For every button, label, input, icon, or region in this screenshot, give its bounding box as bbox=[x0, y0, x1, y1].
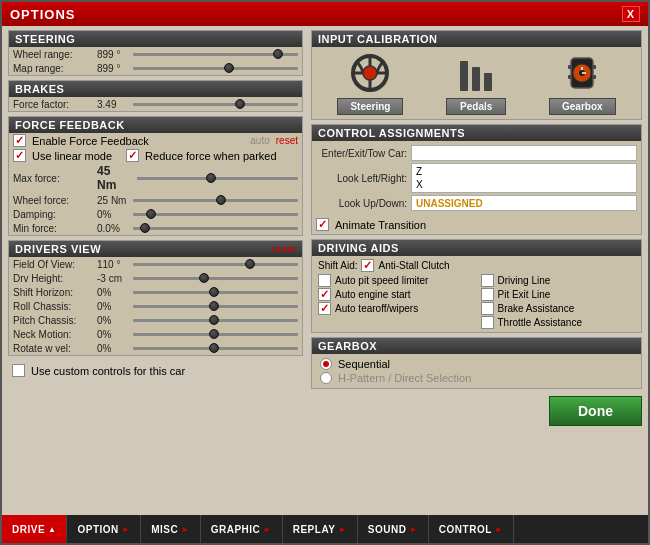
drv-height-value: -3 cm bbox=[97, 273, 129, 284]
da-pit-exit-item: Pit Exit Line bbox=[481, 288, 636, 301]
drivers-view-section: DRIVERS VIEW reset Field Of View: 110 ° … bbox=[8, 240, 303, 356]
max-force-row: Max force: 45 Nm bbox=[9, 163, 302, 193]
gb-sequential-dot bbox=[323, 361, 329, 367]
title-bar: OPTIONS X bbox=[2, 2, 648, 26]
gearbox-section: GEARBOX Sequential H-Pattern / Direct Se… bbox=[311, 337, 642, 389]
ca-enter-exit-label: Enter/Exit/Tow Car: bbox=[316, 148, 411, 159]
nav-graphic[interactable]: GRAPHIC ► bbox=[201, 515, 283, 543]
roll-chassis-value: 0% bbox=[97, 301, 129, 312]
ff-reduce-checkbox[interactable]: ✓ bbox=[126, 149, 139, 162]
nav-control-arrow: ► bbox=[495, 525, 503, 534]
da-anti-stall-label: Anti-Stall Clutch bbox=[378, 260, 449, 271]
gearbox-icon bbox=[563, 53, 601, 95]
da-driving-line-checkbox[interactable] bbox=[481, 274, 494, 287]
roll-chassis-label: Roll Chassis: bbox=[13, 301, 93, 312]
close-button[interactable]: X bbox=[622, 6, 640, 22]
nav-misc-arrow: ► bbox=[181, 525, 189, 534]
nav-drive-arrow: ▲ bbox=[48, 525, 56, 534]
da-anti-stall-check: ✓ bbox=[363, 260, 372, 271]
da-auto-pit-item: Auto pit speed limiter bbox=[318, 274, 473, 287]
da-brake-assist-checkbox[interactable] bbox=[481, 302, 494, 315]
pitch-chassis-label: Pitch Chassis: bbox=[13, 315, 93, 326]
da-auto-engine-check: ✓ bbox=[320, 289, 329, 300]
fov-value: 110 ° bbox=[97, 259, 129, 270]
nav-drive[interactable]: DRIVE ▲ bbox=[2, 515, 67, 543]
wheel-range-label: Wheel range: bbox=[13, 49, 93, 60]
force-factor-slider[interactable] bbox=[133, 98, 298, 110]
ff-enable-checkbox[interactable]: ✓ bbox=[13, 134, 26, 147]
nav-control[interactable]: CONTROL ► bbox=[429, 515, 514, 543]
wheel-range-value: 899 ° bbox=[97, 49, 129, 60]
pitch-chassis-slider[interactable] bbox=[133, 314, 298, 326]
gb-hpattern-label: H-Pattern / Direct Selection bbox=[338, 372, 471, 384]
ff-linear-label: Use linear mode bbox=[32, 150, 112, 162]
damping-slider[interactable] bbox=[133, 208, 298, 220]
drv-height-slider[interactable] bbox=[133, 272, 298, 284]
map-range-slider[interactable] bbox=[133, 62, 298, 74]
cal-pedals-btn[interactable]: Pedals bbox=[446, 98, 506, 115]
driving-aids-section: DRIVING AIDS Shift Aid: ✓ Anti-Stall Clu… bbox=[311, 239, 642, 333]
ff-linear-checkbox[interactable]: ✓ bbox=[13, 149, 26, 162]
nav-option[interactable]: OPTION ► bbox=[67, 515, 141, 543]
steering-header: STEERING bbox=[9, 31, 302, 47]
window-title: OPTIONS bbox=[10, 7, 76, 22]
steering-section: STEERING Wheel range: 899 ° Map range: 8… bbox=[8, 30, 303, 76]
nav-replay[interactable]: REPLAY ► bbox=[283, 515, 358, 543]
ff-auto-label: auto bbox=[250, 135, 269, 146]
done-button[interactable]: Done bbox=[549, 396, 642, 426]
fov-slider[interactable] bbox=[133, 258, 298, 270]
da-anti-stall-checkbox[interactable]: ✓ bbox=[361, 259, 374, 272]
wheel-range-slider[interactable] bbox=[133, 48, 298, 60]
input-calibration-section: INPUT CALIBRATION bbox=[311, 30, 642, 120]
svg-rect-6 bbox=[460, 61, 468, 91]
gb-sequential-radio[interactable] bbox=[320, 358, 332, 370]
nav-option-arrow: ► bbox=[122, 525, 130, 534]
ca-look-ud-label: Look Up/Down: bbox=[316, 198, 411, 209]
wheel-force-slider[interactable] bbox=[133, 194, 298, 206]
left-panel: STEERING Wheel range: 899 ° Map range: 8… bbox=[8, 30, 303, 511]
animate-transition-label: Animate Transition bbox=[335, 219, 426, 231]
gb-hpattern-radio[interactable] bbox=[320, 372, 332, 384]
gb-sequential-label: Sequential bbox=[338, 358, 390, 370]
cal-gearbox-btn[interactable]: Gearbox bbox=[549, 98, 616, 115]
da-brake-assist-item: Brake Assistance bbox=[481, 302, 636, 315]
ff-enable-row: ✓ Enable Force Feedback auto reset bbox=[9, 133, 302, 148]
wheel-force-value: 25 Nm bbox=[97, 195, 129, 206]
ca-enter-exit-row: Enter/Exit/Tow Car: bbox=[316, 144, 637, 162]
shift-horizon-slider[interactable] bbox=[133, 286, 298, 298]
nav-sound[interactable]: SOUND ► bbox=[358, 515, 429, 543]
ff-reduce-label: Reduce force when parked bbox=[145, 150, 276, 162]
nav-replay-label: REPLAY bbox=[293, 524, 336, 535]
ca-look-ud-value: UNASSIGNED bbox=[411, 195, 637, 211]
nav-misc[interactable]: MISC ► bbox=[141, 515, 200, 543]
dv-header: DRIVERS VIEW reset bbox=[9, 241, 302, 257]
min-force-slider[interactable] bbox=[133, 222, 298, 234]
nav-control-label: CONTROL bbox=[439, 524, 492, 535]
ff-reset-link[interactable]: reset bbox=[276, 135, 298, 146]
roll-chassis-row: Roll Chassis: 0% bbox=[9, 299, 302, 313]
roll-chassis-slider[interactable] bbox=[133, 300, 298, 312]
da-throttle-assist-checkbox[interactable] bbox=[481, 316, 494, 329]
max-force-slider[interactable] bbox=[137, 172, 298, 184]
rotate-vel-slider[interactable] bbox=[133, 342, 298, 354]
ca-look-lr-value: Z X bbox=[411, 163, 637, 193]
animate-transition-checkbox[interactable]: ✓ bbox=[316, 218, 329, 231]
nav-sound-label: SOUND bbox=[368, 524, 407, 535]
damping-value: 0% bbox=[97, 209, 129, 220]
cal-steering-btn[interactable]: Steering bbox=[337, 98, 403, 115]
cal-gearbox-item: Gearbox bbox=[549, 53, 616, 115]
da-auto-engine-checkbox[interactable]: ✓ bbox=[318, 288, 331, 301]
custom-controls-checkbox[interactable] bbox=[12, 364, 25, 377]
da-pit-exit-checkbox[interactable] bbox=[481, 288, 494, 301]
cal-icons-row: Steering Pedals bbox=[312, 47, 641, 119]
neck-motion-slider[interactable] bbox=[133, 328, 298, 340]
force-factor-value: 3.49 bbox=[97, 99, 129, 110]
force-factor-label: Force factor: bbox=[13, 99, 93, 110]
da-auto-tearoff-checkbox[interactable]: ✓ bbox=[318, 302, 331, 315]
ff-linear-check: ✓ bbox=[15, 150, 24, 161]
svg-point-1 bbox=[363, 66, 377, 80]
ca-unassigned-label: UNASSIGNED bbox=[416, 198, 483, 209]
da-shift-row: Shift Aid: ✓ Anti-Stall Clutch bbox=[318, 259, 635, 272]
da-auto-pit-checkbox[interactable] bbox=[318, 274, 331, 287]
dv-reset-link[interactable]: reset bbox=[272, 244, 296, 254]
